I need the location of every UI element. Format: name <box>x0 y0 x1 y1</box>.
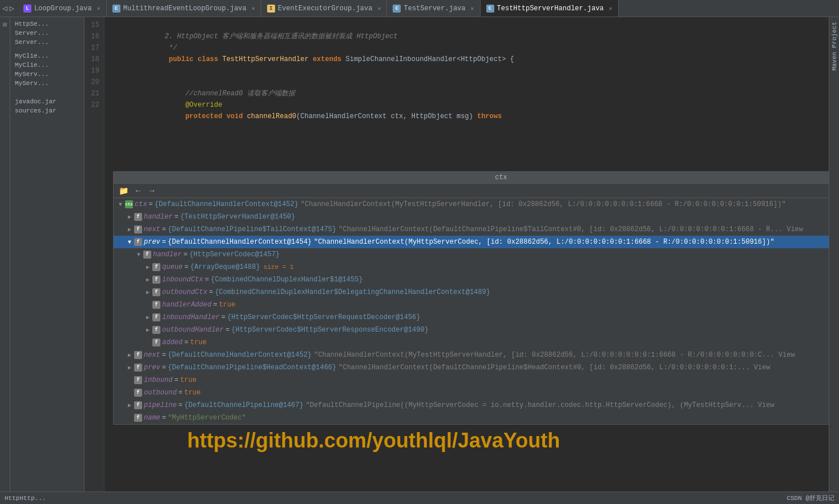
nav-forward-icon[interactable]: ▷ <box>9 3 14 13</box>
tab-multithread[interactable]: C MultithreadEventLoopGroup.java ✕ <box>107 0 261 17</box>
outboundctx-varname: outboundCtx <box>162 288 207 296</box>
debug-row-inboundctx[interactable]: ▶ f inboundCtx = {CombinedChannelDuplexH… <box>114 273 829 286</box>
handler-varname: handler <box>144 213 172 221</box>
handler-icon: f <box>134 213 142 221</box>
debug-row-prev1[interactable]: ▼ f prev = {DefaultChannelHandlerContext… <box>114 236 829 248</box>
queue-varval: {ArrayDeque@1488} <box>190 263 260 271</box>
prev1-icon: f <box>134 238 142 246</box>
debug-row-next1[interactable]: ▶ f next = {DefaultChannelPipeline$TailC… <box>114 223 829 236</box>
debug-row-pipeline[interactable]: ▶ f pipeline = {DefaultChannelPipeline@1… <box>114 399 829 412</box>
outboundctx-varval: {CombinedChannelDuplexHandler$Delegating… <box>215 288 490 296</box>
left-panel-item-2[interactable]: Server... <box>10 29 84 38</box>
root-varname: ctx <box>135 200 147 208</box>
nav-back-icon[interactable]: ◁ <box>2 3 7 13</box>
code-line-17: public class TestHttpServerHandler exten… <box>111 42 829 54</box>
code-line-20: //channelRead0 读取客户端数据 <box>111 76 829 88</box>
tab-bar: ◁ ▷ L LoopGroup.java ✕ C MultithreadEven… <box>0 0 839 17</box>
left-panel: HttpSe... Server... Server... MyClie... … <box>10 17 84 504</box>
handler2-varname: handler <box>153 251 181 259</box>
tab-testhttp[interactable]: C TestHttpServerHandler.java ✕ <box>481 0 619 17</box>
ctx-icon: ctx <box>125 200 133 208</box>
handler2-toggle[interactable]: ▼ <box>134 252 143 258</box>
debug-back-btn[interactable]: ← <box>132 186 144 196</box>
debug-folder-btn[interactable]: 📁 <box>117 186 130 196</box>
inboundctx-toggle[interactable]: ▶ <box>143 276 152 283</box>
debug-row-outbound[interactable]: ▶ f outbound = true <box>114 386 829 399</box>
outboundctx-icon: f <box>152 288 160 296</box>
file-icon-testserver: C <box>393 5 401 13</box>
next2-varname: next <box>144 351 160 359</box>
debug-row-prev2[interactable]: ▶ f prev = {DefaultChannelPipeline$HeadC… <box>114 361 829 374</box>
tab-testserver-close[interactable]: ✕ <box>471 5 474 12</box>
debug-row-handler2[interactable]: ▼ f handler = {HttpServerCodec@1457} <box>114 248 829 261</box>
queue-toggle[interactable]: ▶ <box>143 264 152 271</box>
inboundhandler-toggle[interactable]: ▶ <box>143 314 152 321</box>
debug-row-inboundhandler[interactable]: ▶ f inboundHandler = {HttpServerCodec$Ht… <box>114 311 829 324</box>
debug-row-added[interactable]: ▶ f added = true <box>114 336 829 349</box>
debug-row-next2[interactable]: ▶ f next = {DefaultChannelHandlerContext… <box>114 349 829 361</box>
left-panel-item-jar1[interactable]: javadoc.jar <box>10 97 84 106</box>
tab-executor[interactable]: I EventExecutorGroup.java ✕ <box>261 0 388 17</box>
outboundctx-toggle[interactable]: ▶ <box>143 289 152 296</box>
pipeline-toggle[interactable]: ▶ <box>125 402 134 409</box>
tab-testhttp-close[interactable]: ✕ <box>609 5 612 12</box>
tab-testserver[interactable]: C TestServer.java ✕ <box>387 0 480 17</box>
debug-row-outboundhandler[interactable]: ▶ f outboundHandler = {HttpServerCodec$H… <box>114 324 829 336</box>
tab-testhttp-label: TestHttpServerHandler.java <box>497 5 604 13</box>
bottom-left-text: HttpHttp... <box>5 495 46 502</box>
file-icon-multithread: C <box>112 5 120 13</box>
inboundctx-varname: inboundCtx <box>162 276 203 284</box>
left-panel-item-jar2[interactable]: sources.jar <box>10 106 84 115</box>
main-layout: ⊞ HttpSe... Server... Server... MyClie..… <box>0 17 839 504</box>
handleradded-varname: handlerAdded <box>162 301 211 309</box>
debug-row-handleradded[interactable]: ▶ f handlerAdded = true <box>114 299 829 311</box>
left-panel-item-5[interactable]: MyClie... <box>10 61 84 70</box>
prev2-varname: prev <box>144 364 160 372</box>
tab-multithread-close[interactable]: ✕ <box>252 5 255 12</box>
outboundhandler-varval: {HttpServerCodec$HttpServerResponseEncod… <box>231 326 429 334</box>
debug-row-outboundctx[interactable]: ▶ f outboundCtx = {CombinedChannelDuplex… <box>114 286 829 299</box>
tab-testserver-label: TestServer.java <box>404 5 465 13</box>
next2-icon: f <box>134 351 142 359</box>
debug-row-inbound[interactable]: ▶ f inbound = true <box>114 374 829 386</box>
next1-icon: f <box>134 225 142 233</box>
left-panel-item-6[interactable]: MyServ... <box>10 70 84 79</box>
left-panel-item-7[interactable]: MyServ... <box>10 79 84 88</box>
handler-varval: {TestHttpServerHandler@1450} <box>180 213 296 221</box>
root-toggle[interactable]: ▼ <box>116 201 125 208</box>
debug-forward-btn[interactable]: → <box>146 186 158 196</box>
outboundhandler-toggle[interactable]: ▶ <box>143 326 152 333</box>
code-line-15: 2. HttpObject 客户端和服务器端相互通讯的数据被封装成 HttpOb… <box>111 19 829 31</box>
handler-toggle[interactable]: ▶ <box>125 213 134 220</box>
debug-root-row[interactable]: ▼ ctx ctx = {DefaultChannelHandlerContex… <box>114 198 829 211</box>
left-panel-item-3[interactable]: Server... <box>10 38 84 47</box>
left-panel-item-4[interactable]: MyClie... <box>10 51 84 61</box>
prev2-icon: f <box>134 364 142 372</box>
tab-loopgroup[interactable]: L LoopGroup.java ✕ <box>18 0 107 17</box>
next1-toggle[interactable]: ▶ <box>125 226 134 233</box>
file-icon-loop: L <box>23 5 31 13</box>
outbound-val: true <box>184 389 201 397</box>
pipeline-varname: pipeline <box>144 401 177 409</box>
tab-loopgroup-close[interactable]: ✕ <box>97 5 100 12</box>
handler2-icon: f <box>143 251 151 259</box>
debug-row-name[interactable]: ▶ f name = "MyHttpServerCodec" <box>114 412 829 424</box>
debug-row-queue[interactable]: ▶ f queue = {ArrayDeque@1488} size = 1 <box>114 261 829 273</box>
prev2-toggle[interactable]: ▶ <box>125 364 134 371</box>
name-icon: f <box>134 414 142 422</box>
queue-icon: f <box>152 263 160 271</box>
name-varname: name <box>144 414 160 422</box>
right-sidebar: Maven Project <box>829 17 839 504</box>
sidebar-icon-1[interactable]: ⊞ <box>0 19 10 30</box>
next2-toggle[interactable]: ▶ <box>125 352 134 358</box>
maven-label[interactable]: Maven Project <box>831 22 838 71</box>
debug-row-handler[interactable]: ▶ f handler = {TestHttpServerHandler@145… <box>114 211 829 223</box>
pipeline-vardesc: "DefaultChannelPipeline((MyHttpServerCod… <box>306 401 775 409</box>
root-vardesc: "ChannelHandlerContext(MyTestHttpServerH… <box>301 200 786 208</box>
next2-varval: {DefaultChannelHandlerContext@1452} <box>168 351 312 359</box>
prev1-toggle[interactable]: ▼ <box>125 239 134 245</box>
debug-tree: ▼ ctx ctx = {DefaultChannelHandlerContex… <box>114 198 829 424</box>
left-panel-item-1[interactable]: HttpSe... <box>10 19 84 29</box>
tab-executor-close[interactable]: ✕ <box>377 5 381 12</box>
line-numbers: 15 16 17 18 19 20 21 22 <box>84 17 104 504</box>
